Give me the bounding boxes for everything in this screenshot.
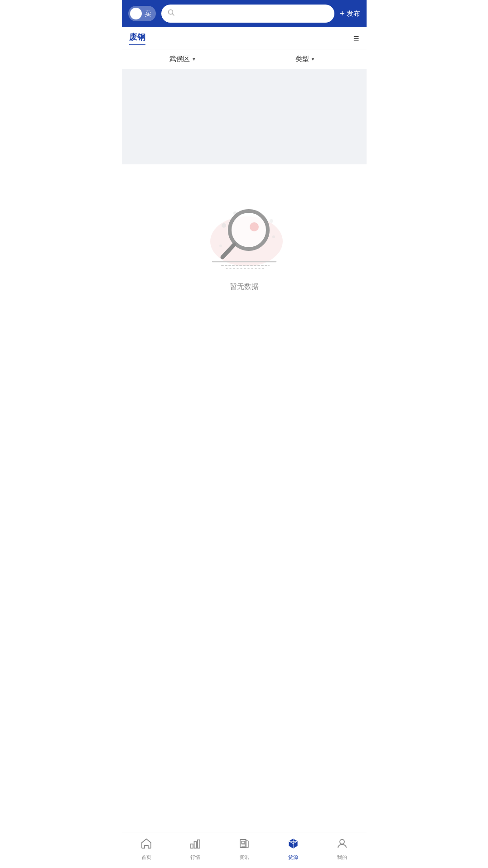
tab-goods-label: 货源: [288, 854, 298, 861]
tab-news[interactable]: 资讯: [220, 838, 269, 861]
tab-news-label: 资讯: [239, 854, 249, 861]
tab-goods[interactable]: 货源: [269, 838, 318, 861]
publish-label: 发布: [347, 10, 360, 18]
svg-rect-16: [198, 840, 200, 848]
svg-point-3: [222, 223, 226, 228]
filter-district[interactable]: 武侯区 ▼: [122, 55, 244, 63]
filter-type-label: 类型: [295, 55, 309, 63]
app-header: 卖 + 发布: [122, 0, 367, 27]
tab-market-label: 行情: [190, 854, 200, 861]
svg-point-7: [219, 245, 222, 247]
svg-point-5: [270, 219, 273, 223]
home-icon: [140, 838, 152, 852]
news-icon: [238, 838, 250, 852]
tab-mine-label: 我的: [337, 854, 347, 861]
banner-area: [122, 69, 367, 164]
empty-text: 暂无数据: [230, 282, 259, 292]
empty-state: 暂无数据: [122, 164, 367, 310]
filter-district-label: 武侯区: [169, 55, 190, 63]
box-icon: [287, 838, 299, 852]
search-input[interactable]: [179, 10, 328, 17]
search-icon: [168, 9, 175, 18]
publish-button[interactable]: + 发布: [340, 9, 360, 19]
toggle-circle: [130, 8, 142, 19]
tab-mine[interactable]: 我的: [318, 838, 367, 861]
page-title: 废钢: [129, 32, 145, 45]
user-icon: [336, 838, 348, 852]
svg-rect-14: [191, 844, 193, 848]
tab-market[interactable]: 行情: [171, 838, 220, 861]
tab-home[interactable]: 首页: [122, 838, 171, 861]
filter-district-arrow: ▼: [192, 57, 196, 62]
svg-line-1: [172, 14, 174, 16]
toggle-label: 卖: [145, 10, 151, 18]
page-nav-bar: 废钢 ≡: [122, 27, 367, 49]
empty-illustration: [199, 192, 290, 273]
svg-point-22: [340, 839, 344, 844]
tab-bar: 首页 行情 资讯: [122, 833, 367, 868]
search-bar[interactable]: [161, 5, 334, 23]
svg-rect-15: [194, 842, 196, 848]
bar-chart-icon: [189, 838, 201, 852]
content-area: 暂无数据: [122, 69, 367, 346]
filter-bar: 武侯区 ▼ 类型 ▼: [122, 49, 367, 69]
svg-rect-21: [245, 841, 248, 848]
svg-point-6: [272, 235, 275, 238]
hamburger-menu-icon[interactable]: ≡: [353, 33, 359, 44]
buy-sell-toggle[interactable]: 卖: [128, 6, 156, 21]
svg-rect-18: [242, 841, 245, 844]
filter-type-arrow: ▼: [311, 57, 315, 62]
tab-home-label: 首页: [141, 854, 151, 861]
filter-type[interactable]: 类型 ▼: [244, 55, 367, 63]
publish-plus-icon: +: [340, 9, 345, 19]
svg-point-9: [250, 222, 259, 231]
